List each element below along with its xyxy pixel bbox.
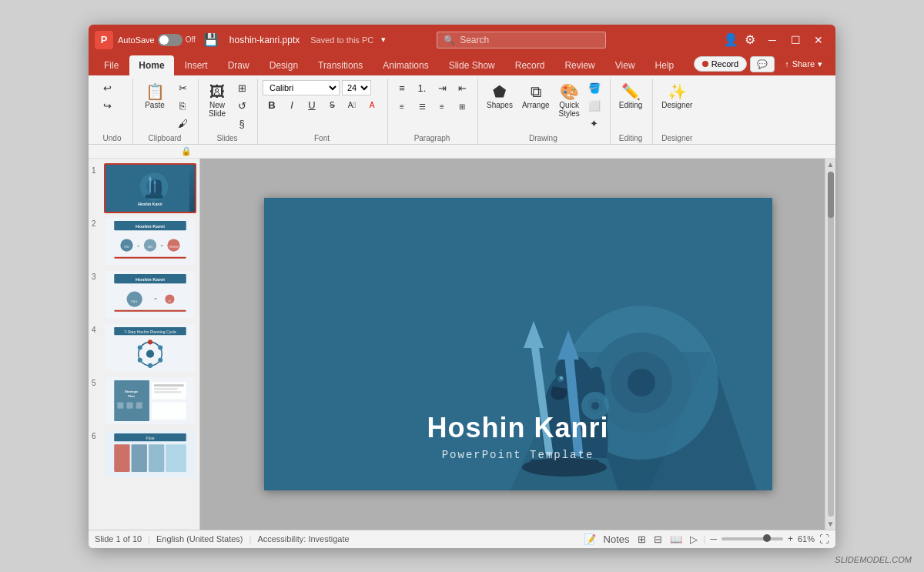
fit-to-window-button[interactable]: ⛶ [819,534,829,545]
comment-button[interactable]: 💬 [750,56,775,72]
columns-button[interactable]: ⊞ [453,99,471,115]
undo-items: ↩ ↪ [98,80,126,132]
accessibility-label[interactable]: Accessibility: Investigate [257,534,349,544]
scroll-thumb[interactable] [828,172,834,218]
indent-more-button[interactable]: ⇥ [433,80,451,97]
close-button[interactable]: ✕ [808,29,829,51]
section-button[interactable]: § [233,115,251,132]
tab-insert[interactable]: Insert [176,55,217,75]
layout-button[interactable]: ⊞ [233,80,251,97]
arrange-button[interactable]: ⧉ Arrange [518,80,554,112]
tab-help[interactable]: Help [646,55,684,75]
presentation-view-button[interactable]: ▷ [688,534,699,545]
restore-button[interactable]: ☐ [785,29,806,51]
bullets-button[interactable]: ≡ [393,80,411,97]
slide-img-4: 7-Step Hoshin Planning Cycle [104,323,196,373]
record-button[interactable]: Record [694,56,747,72]
new-slide-button[interactable]: 🖼 NewSlide [203,80,231,120]
slide-svg-4: 7-Step Hoshin Planning Cycle [105,324,195,371]
font-size-select[interactable]: 24 [342,80,371,95]
new-slide-icon: 🖼 [209,82,225,101]
font-family-select[interactable]: Calibri [263,80,340,95]
share-button[interactable]: ↑ Share ▾ [778,56,829,72]
slide-thumb-6[interactable]: 6 Flow [92,429,196,479]
reading-view-button[interactable]: 📖 [668,534,684,545]
shape-effects-button[interactable]: ✦ [585,115,604,132]
search-box: 🔍 [437,32,606,49]
canvas-area: Hoshin Kanri PowerPoint Template ▲ ▼ [200,159,835,530]
search-input[interactable] [460,35,583,45]
notes-button[interactable]: 📝 [582,534,598,545]
reset-button[interactable]: ↺ [233,98,251,115]
minimize-button[interactable]: ─ [762,29,783,51]
autosave-toggle[interactable] [158,34,182,46]
svg-point-36 [148,340,152,344]
quick-styles-button[interactable]: 🎨 QuickStyles [555,80,584,120]
ribbon-group-designer: ✨ Designer Designer [654,79,702,144]
zoom-slider[interactable] [721,537,783,540]
svg-rect-57 [114,444,129,472]
normal-view-button[interactable]: ⊞ [636,534,648,545]
slide-sorter-button[interactable]: ⊟ [652,534,664,545]
format-painter-button[interactable]: 🖌 [173,115,192,132]
align-left-button[interactable]: ≡ [393,99,411,115]
shape-outline-button[interactable]: ⬜ [585,98,604,115]
strikethrough-button[interactable]: S̶ [323,97,341,114]
cut-button[interactable]: ✂ [173,80,192,97]
ribbon-group-drawing: ⬟ Shapes ⧉ Arrange 🎨 QuickStyles 🪣 ⬜ ✦ D… [480,79,611,144]
svg-text:Hoshin Kanri: Hoshin Kanri [138,201,162,206]
save-icon[interactable]: 💾 [203,32,219,47]
tab-view[interactable]: View [606,55,644,75]
notes-label[interactable]: Notes [602,534,631,545]
slides-items: 🖼 NewSlide ⊞ ↺ § [203,80,251,132]
designer-button[interactable]: ✨ Designer [658,80,696,112]
underline-button[interactable]: U [303,97,321,114]
autosave-label: AutoSave [118,35,155,45]
slide-num-6: 6 [92,432,101,440]
tab-slideshow[interactable]: Slide Show [440,55,504,75]
scroll-up-button[interactable]: ▲ [825,159,835,170]
tab-draw[interactable]: Draw [219,55,259,75]
tab-design[interactable]: Design [260,55,307,75]
tab-animations[interactable]: Animations [373,55,437,75]
shape-fill-button[interactable]: 🪣 [585,80,604,97]
bold-button[interactable]: B [263,97,281,114]
scroll-track [828,172,834,517]
font-color-button[interactable]: A [363,97,381,114]
italic-button[interactable]: I [283,97,301,114]
zoom-plus-button[interactable]: + [788,534,793,544]
tab-transitions[interactable]: Transitions [309,55,372,75]
shadow-button[interactable]: A⃞ [343,97,361,114]
vertical-scrollbar[interactable]: ▲ ▼ [825,159,835,530]
align-center-button[interactable]: ☰ [413,99,431,115]
tab-record[interactable]: Record [506,55,554,75]
slide-thumb-5[interactable]: 5 Strategic Plan [92,376,196,426]
undo-button[interactable]: ↩ [98,80,116,97]
indent-less-button[interactable]: ⇤ [453,80,471,97]
svg-rect-43 [114,380,149,421]
align-right-button[interactable]: ≡ [433,99,451,115]
zoom-minus-button[interactable]: ─ [710,534,717,544]
options-icon[interactable]: ⚙ [745,32,755,47]
slide-thumb-3[interactable]: 3 Hoshin Kanri P.A.S. = Pl. [92,269,196,319]
tab-home[interactable]: Home [129,55,173,75]
account-icon[interactable]: 👤 [723,32,738,47]
slide-thumb-4[interactable]: 4 7-Step Hoshin Planning Cycle [92,323,196,373]
svg-point-79 [591,402,599,410]
tab-review[interactable]: Review [555,55,604,75]
svg-text:Strategic: Strategic [125,390,139,393]
editing-button[interactable]: ✏️ Editing [615,80,647,112]
scroll-down-button[interactable]: ▼ [825,518,835,530]
redo-button[interactable]: ↪ [98,98,116,115]
quick-styles-icon: 🎨 [560,82,579,101]
tab-file[interactable]: File [95,55,128,75]
paste-button[interactable]: 📋 Paste [138,80,172,112]
file-title: hoshin-kanri.pptx [229,35,300,45]
shapes-button[interactable]: ⬟ Shapes [483,80,517,112]
watermark: SLIDEMODEL.COM [835,555,912,564]
numbering-button[interactable]: 1. [413,80,431,97]
paragraph-items: ≡ 1. ⇥ ⇤ ≡ ☰ ≡ ⊞ [393,80,471,132]
slide-thumb-2[interactable]: 2 Hoshin Kanri PDJ + BKI = [92,216,196,266]
copy-button[interactable]: ⎘ [173,98,192,115]
slide-thumb-1[interactable]: 1 [92,163,196,213]
